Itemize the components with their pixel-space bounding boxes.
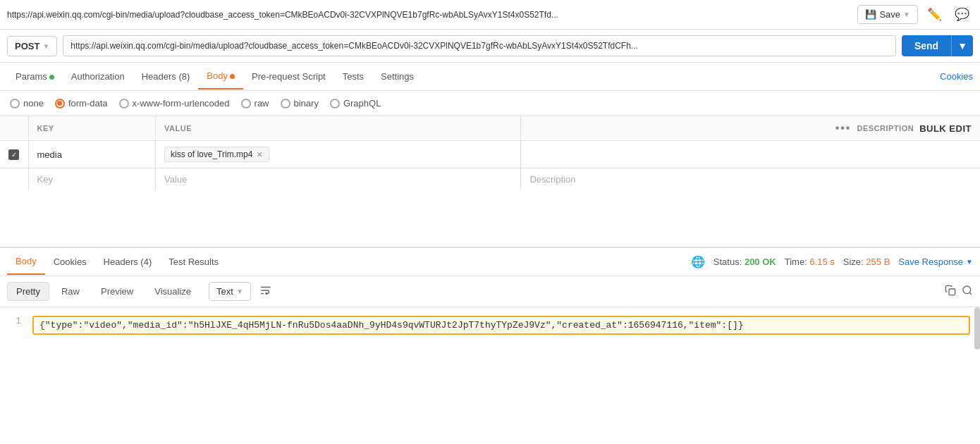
response-tab-body[interactable]: Body [7,249,45,275]
key-placeholder: Key [37,174,53,185]
status-label: Status: 200 OK [713,257,776,267]
text-format-dropdown[interactable]: Text ▼ [209,282,251,301]
svg-point-2 [963,286,971,294]
response-tabs: Body Cookies Headers (4) Test Results 🌐 … [0,248,980,276]
save-icon: 💾 [865,9,876,20]
radio-none-circle [10,99,20,109]
tab-tests[interactable]: Tests [334,64,372,89]
send-dropdown-button[interactable]: ▼ [951,35,973,56]
time-value: 6.15 s [809,257,834,267]
json-output: 1 {"type":"video","media_id":"h5HlJXE_4q… [0,307,980,350]
table-row: media kiss of love_Trim.mp4 × [0,141,980,168]
th-value: VALUE [156,116,521,141]
th-checkbox [0,116,28,141]
radio-none[interactable]: none [10,98,44,109]
top-bar: https://api.weixin.qq.com/cgi-bin/media/… [0,0,980,30]
file-tag-name: kiss of love_Trim.mp4 [171,149,252,159]
response-tab-cookies[interactable]: Cookies [45,249,95,274]
response-section: Body Cookies Headers (4) Test Results 🌐 … [0,247,980,350]
view-tab-raw[interactable]: Raw [52,282,89,301]
size-value: 255 B [866,257,890,267]
row-description[interactable] [521,141,980,168]
tab-authorization[interactable]: Authorization [63,64,133,89]
copy-icon[interactable] [945,285,956,299]
tab-settings[interactable]: Settings [372,64,422,89]
save-chevron-icon: ▼ [903,11,910,18]
tab-body[interactable]: Body [198,63,243,90]
save-response-button[interactable]: Save Response ▼ [898,257,973,267]
view-actions [945,285,973,299]
svg-line-3 [969,292,972,295]
row-key[interactable]: media [28,141,156,168]
view-tabs: Pretty Raw Preview Visualize Text ▼ [0,276,980,307]
file-tag-remove-icon[interactable]: × [257,149,262,159]
radio-graphql[interactable]: GraphQL [330,98,381,109]
radio-urlencoded[interactable]: x-www-form-urlencoded [119,98,230,109]
comment-icon[interactable]: 💬 [951,4,973,25]
scroll-thumb[interactable] [974,307,980,350]
params-dot [49,75,54,80]
top-bar-url: https://api.weixin.qq.com/cgi-bin/media/… [7,10,852,20]
th-description: ••• DESCRIPTION Bulk Edit [521,116,980,141]
cookies-link[interactable]: Cookies [940,71,973,82]
request-tabs: Params Authorization Headers (8) Body Pr… [0,63,980,91]
radio-raw[interactable]: raw [241,98,269,109]
save-label: Save [879,9,900,20]
radio-form-data[interactable]: form-data [55,98,108,109]
globe-icon: 🌐 [691,255,705,269]
radio-form-data-circle [55,99,65,109]
response-tab-headers[interactable]: Headers (4) [95,249,161,274]
radio-raw-circle [241,99,251,109]
empty-key-cell[interactable]: Key [28,168,156,191]
spacer [0,190,980,233]
view-tab-preview[interactable]: Preview [92,282,142,301]
request-bar: POST ▼ Send ▼ [0,30,980,63]
empty-value-cell[interactable]: Value [156,168,521,191]
response-meta: 🌐 Status: 200 OK Time: 6.15 s Size: 255 … [691,255,973,269]
tab-pre-request[interactable]: Pre-request Script [243,64,334,89]
json-line: 1 {"type":"video","media_id":"h5HlJXE_4q… [10,316,970,335]
tab-params[interactable]: Params [7,64,63,89]
text-format-label: Text [216,286,233,297]
view-tab-pretty[interactable]: Pretty [7,282,49,301]
radio-binary[interactable]: binary [281,98,319,109]
table-empty-row: Key Value Description [0,168,980,191]
size-label: Size: 255 B [843,257,890,267]
send-group: Send ▼ [902,35,973,56]
text-format-chevron-icon: ▼ [236,288,243,295]
tab-headers[interactable]: Headers (8) [133,64,199,89]
save-button[interactable]: 💾 Save ▼ [857,5,918,24]
status-value: 200 OK [745,257,776,267]
send-label: Send [914,40,938,51]
time-label: Time: 6.15 s [785,257,835,267]
wrap-icon[interactable] [259,284,272,300]
body-dot [230,74,235,79]
method-select[interactable]: POST ▼ [7,36,57,56]
row-value[interactable]: kiss of love_Trim.mp4 × [156,141,521,168]
line-number: 1 [10,316,21,326]
params-table-container: KEY VALUE ••• DESCRIPTION Bulk Edit medi… [0,116,980,190]
bulk-edit-button[interactable]: Bulk Edit [919,123,972,134]
empty-desc-cell[interactable]: Description [521,168,980,191]
url-input[interactable] [63,35,896,56]
body-options: none form-data x-www-form-urlencoded raw… [0,91,980,116]
radio-urlencoded-circle [119,99,129,109]
method-label: POST [15,41,39,51]
edit-icon[interactable]: ✏️ [924,4,945,25]
radio-graphql-circle [330,99,340,109]
svg-rect-1 [949,289,955,295]
value-placeholder: Value [164,174,187,185]
response-tab-test-results[interactable]: Test Results [160,249,227,274]
more-options-icon[interactable]: ••• [835,122,852,135]
row-checkbox[interactable] [8,149,19,160]
json-content: {"type":"video","media_id":"h5HlJXE_4qH5… [32,316,970,335]
file-tag: kiss of love_Trim.mp4 × [164,147,269,162]
empty-checkbox-cell [0,168,28,191]
row-checkbox-cell[interactable] [0,141,28,168]
params-table: KEY VALUE ••• DESCRIPTION Bulk Edit medi… [0,116,980,190]
search-icon[interactable] [962,285,973,299]
view-tab-visualize[interactable]: Visualize [145,282,200,301]
th-key: KEY [28,116,156,141]
send-button[interactable]: Send [902,35,951,56]
save-response-chevron-icon: ▼ [966,258,973,266]
